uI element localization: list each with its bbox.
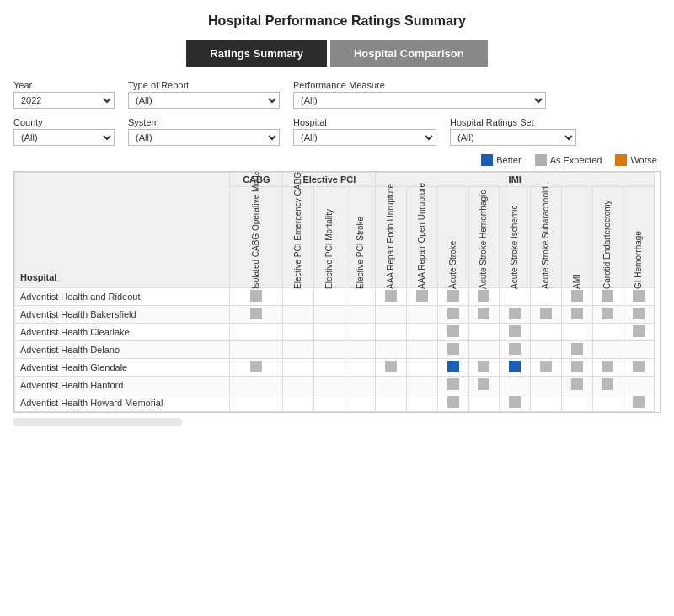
rating-cell-pci-mort <box>314 324 345 341</box>
rating-cell-stroke-isch <box>500 377 531 394</box>
col-pci-stroke: Elective PCI Stroke <box>345 187 376 288</box>
rating-cell-carotid <box>592 306 623 324</box>
perf-measure-select[interactable]: (All) <box>293 92 546 109</box>
type-report-select[interactable]: (All) <box>128 92 280 109</box>
rating-square <box>602 378 613 390</box>
rating-cell-stroke-sub <box>531 341 562 359</box>
rating-cell-pci-mort <box>314 306 345 324</box>
rating-square <box>633 308 645 319</box>
hospital-select[interactable]: (All) <box>293 129 436 146</box>
rating-square <box>509 325 521 337</box>
rating-cell-pci-stroke <box>345 359 376 377</box>
hospital-name: Adventist Health Howard Memorial <box>15 394 230 412</box>
col-stroke-isch: Acute Stroke Ischemic <box>500 187 531 288</box>
better-icon <box>481 154 493 166</box>
hospital-name: Adventist Health and Rideout <box>15 288 230 306</box>
table-row: Adventist Health and Rideout <box>15 288 655 306</box>
rating-cell-stroke-sub <box>531 324 562 341</box>
legend-worse: Worse <box>615 154 657 166</box>
hospital-name: Adventist Health Hanford <box>15 377 230 394</box>
rating-cell-acute-stroke <box>437 306 468 324</box>
rating-square <box>447 325 459 337</box>
tab-hospital-comparison[interactable]: Hospital Comparison <box>330 40 488 67</box>
rating-cell-ami <box>561 288 592 306</box>
rating-square <box>633 361 645 372</box>
rating-cell-pci-emerg-cabg <box>283 394 314 412</box>
rating-cell-stroke-sub <box>531 288 562 306</box>
rating-cell-acute-stroke <box>437 341 468 359</box>
county-select[interactable]: (All) <box>13 129 115 146</box>
tab-ratings-summary[interactable]: Ratings Summary <box>186 40 327 67</box>
rating-cell-pci-stroke <box>345 306 376 324</box>
hospital-filter-group: Hospital (All) <box>293 117 436 146</box>
rating-cell-stroke-hemorr <box>468 324 500 341</box>
rating-cell-gi-hem <box>623 288 655 306</box>
rating-cell-pci-stroke <box>345 288 376 306</box>
rating-square <box>602 290 613 302</box>
col-cabg-mort: Isolated CABG Operative Mortality <box>230 187 283 288</box>
rating-cell-stroke-sub <box>531 306 562 324</box>
rating-cell-stroke-sub <box>531 394 562 412</box>
rating-square <box>250 308 262 319</box>
rating-cell-carotid <box>592 394 623 412</box>
col-ami: AMI <box>561 187 592 288</box>
col-pci-mort: Elective PCI Mortality <box>314 187 345 288</box>
rating-cell-aaa-open-unrup <box>407 377 438 394</box>
rating-square <box>250 361 262 372</box>
rating-square <box>571 378 583 390</box>
tab-bar: Ratings Summary Hospital Comparison <box>13 40 661 67</box>
rating-cell-cabg-mort <box>230 394 283 412</box>
rating-cell-cabg-mort <box>230 359 283 377</box>
table-row: Adventist Health Clearlake <box>15 324 655 341</box>
county-label: County <box>13 117 115 127</box>
data-table-wrapper: Hospital CABG Elective PCI IMI Isolated … <box>13 171 661 413</box>
rating-cell-aaa-endo-unrup <box>376 288 407 306</box>
col-pci-emerg-cabg: Elective PCI Emergency CABG <box>283 187 314 288</box>
table-row: Adventist Health Bakersfield <box>15 306 655 324</box>
table-row: Adventist Health Delano <box>15 341 655 359</box>
rating-cell-pci-mort <box>314 341 345 359</box>
rating-cell-cabg-mort <box>230 341 283 359</box>
rating-cell-pci-emerg-cabg <box>283 377 314 394</box>
better-label: Better <box>496 155 521 165</box>
worse-icon <box>615 154 627 166</box>
scrollbar[interactable] <box>13 418 182 426</box>
year-select[interactable]: 2022 2021 2020 <box>13 92 115 109</box>
rating-cell-cabg-mort <box>230 377 283 394</box>
rating-cell-stroke-hemorr <box>468 359 500 377</box>
rating-square <box>540 308 552 319</box>
rating-cell-acute-stroke <box>437 377 468 394</box>
rating-square <box>416 290 428 302</box>
worse-label: Worse <box>630 155 657 165</box>
table-row: Adventist Health Hanford <box>15 377 655 394</box>
col-aaa-open: AAA Repair Open Unrupture <box>407 187 438 288</box>
rating-cell-aaa-endo-unrup <box>376 306 407 324</box>
rating-square <box>633 290 645 302</box>
rating-cell-pci-stroke <box>345 394 376 412</box>
rating-square <box>602 361 613 372</box>
perf-measure-label: Performance Measure <box>293 80 546 90</box>
as-expected-icon <box>535 154 547 166</box>
rating-cell-aaa-endo-unrup <box>376 359 407 377</box>
rating-cell-pci-mort <box>314 394 345 412</box>
rating-cell-stroke-isch <box>500 359 531 377</box>
rating-cell-pci-mort <box>314 288 345 306</box>
rating-square <box>571 361 583 372</box>
rating-cell-stroke-hemorr <box>468 377 500 394</box>
rating-square <box>250 290 262 302</box>
rating-cell-pci-mort <box>314 377 345 394</box>
column-group-row: Hospital CABG Elective PCI IMI <box>15 173 655 187</box>
rating-cell-carotid <box>592 288 623 306</box>
hospital-ratings-set-select[interactable]: (All) <box>450 129 576 146</box>
hospital-name: Adventist Health Bakersfield <box>15 306 230 324</box>
system-select[interactable]: (All) <box>128 129 280 146</box>
rating-square <box>540 361 552 372</box>
rating-square <box>478 290 489 302</box>
col-acute-stroke: Acute Stroke <box>437 187 468 288</box>
page-title: Hospital Performance Ratings Summary <box>13 13 661 29</box>
rating-cell-stroke-isch <box>500 394 531 412</box>
rating-cell-cabg-mort <box>230 306 283 324</box>
hospital-name: Adventist Health Glendale <box>15 359 230 377</box>
rating-square <box>633 325 645 337</box>
type-report-label: Type of Report <box>128 80 280 90</box>
